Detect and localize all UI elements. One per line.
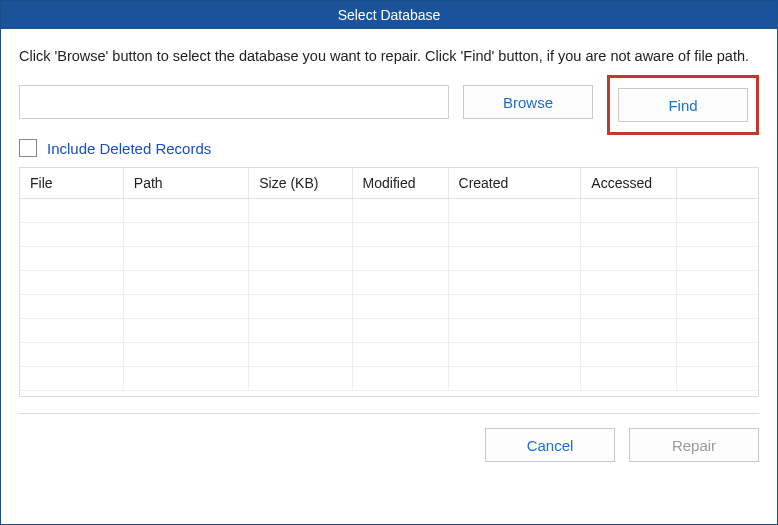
- footer-buttons: Cancel Repair: [19, 428, 759, 462]
- table-row[interactable]: [20, 366, 758, 390]
- cancel-button[interactable]: Cancel: [485, 428, 615, 462]
- include-deleted-row: Include Deleted Records: [19, 139, 759, 157]
- database-path-input[interactable]: [19, 85, 449, 119]
- instruction-text: Click 'Browse' button to select the data…: [19, 45, 759, 67]
- repair-button[interactable]: Repair: [629, 428, 759, 462]
- path-row: Browse Find: [19, 85, 759, 125]
- include-deleted-checkbox[interactable]: [19, 139, 37, 157]
- col-path[interactable]: Path: [123, 168, 248, 198]
- col-empty[interactable]: [677, 168, 758, 198]
- divider: [19, 413, 759, 414]
- file-table: File Path Size (KB) Modified Created Acc…: [19, 167, 759, 397]
- col-file[interactable]: File: [20, 168, 123, 198]
- col-modified[interactable]: Modified: [352, 168, 448, 198]
- titlebar: Select Database: [1, 1, 777, 29]
- table-body: [20, 198, 758, 390]
- col-accessed[interactable]: Accessed: [581, 168, 677, 198]
- find-highlight-box: Find: [607, 75, 759, 135]
- browse-button[interactable]: Browse: [463, 85, 593, 119]
- table-row[interactable]: [20, 198, 758, 222]
- table-row[interactable]: [20, 294, 758, 318]
- col-size[interactable]: Size (KB): [249, 168, 352, 198]
- include-deleted-label: Include Deleted Records: [47, 140, 211, 157]
- table-row[interactable]: [20, 246, 758, 270]
- window-title: Select Database: [338, 7, 441, 23]
- table-row[interactable]: [20, 222, 758, 246]
- dialog-content: Click 'Browse' button to select the data…: [1, 29, 777, 476]
- table-row[interactable]: [20, 342, 758, 366]
- table-row[interactable]: [20, 270, 758, 294]
- col-created[interactable]: Created: [448, 168, 581, 198]
- table-row[interactable]: [20, 318, 758, 342]
- table-header-row: File Path Size (KB) Modified Created Acc…: [20, 168, 758, 198]
- find-button[interactable]: Find: [618, 88, 748, 122]
